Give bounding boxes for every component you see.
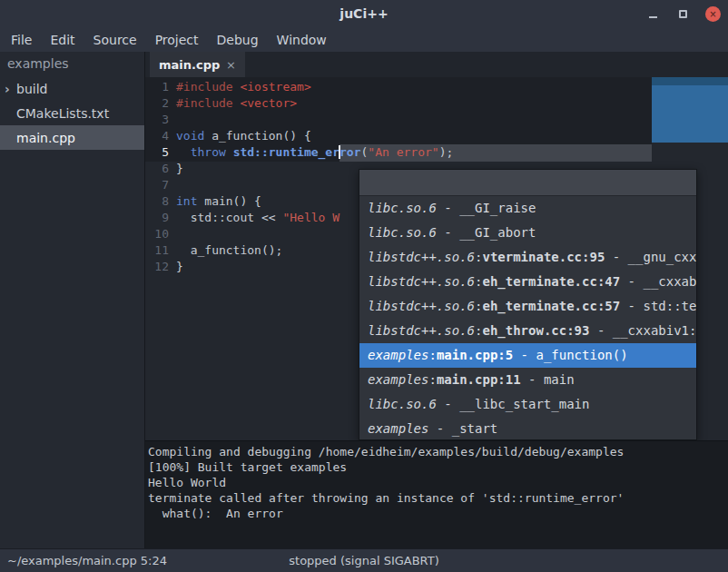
menu-item-source[interactable]: Source (84, 29, 146, 51)
backtrace-item[interactable]: libstdc++.so.6:eh_terminate.cc:57 - std:… (359, 294, 696, 319)
tree-item-cmakelists-txt[interactable]: CMakeLists.txt (0, 101, 144, 125)
line-number: 6 (145, 161, 176, 177)
line-number: 7 (145, 177, 176, 193)
close-button[interactable]: × (705, 6, 721, 22)
main-area: examples ›buildCMakeLists.txtmain.cpp ma… (0, 52, 728, 548)
backtrace-text: examples (368, 348, 428, 362)
code-token: ror (339, 145, 360, 159)
backtrace-text: - a_function() (513, 348, 627, 362)
backtrace-popup: libc.so.6 - __GI_raiselibc.so.6 - __GI_a… (359, 169, 697, 440)
code-token: main() { (197, 194, 261, 208)
backtrace-item[interactable]: libstdc++.so.6:eh_terminate.cc:47 - __cx… (359, 270, 696, 294)
backtrace-text: - main (521, 372, 575, 387)
backtrace-text: - __GI_abort (437, 225, 536, 240)
window-controls: × (645, 0, 721, 27)
code-text: #include <vector> (176, 95, 297, 112)
menu-item-project[interactable]: Project (146, 29, 208, 51)
backtrace-text: libc.so.6 (368, 397, 437, 411)
code-token: a_function(); (176, 243, 282, 257)
minimize-button[interactable] (645, 6, 661, 22)
backtrace-text: main.cpp:5 (437, 348, 513, 362)
backtrace-text: : (428, 348, 436, 362)
tree-item-label: build (15, 82, 47, 96)
code-token: int (176, 194, 197, 208)
terminal-line: Hello World (148, 475, 726, 490)
backtrace-text: libc.so.6 (368, 201, 437, 215)
chevron-right-icon: › (0, 82, 15, 96)
backtrace-text: examples (368, 372, 428, 387)
line-number: 9 (145, 210, 176, 226)
backtrace-text: - std::terminate() (620, 299, 696, 313)
backtrace-item[interactable]: examples:main.cpp:5 - a_function() (359, 343, 696, 368)
line-number: 2 (145, 95, 176, 112)
code-token: } (176, 260, 183, 273)
backtrace-text: : (428, 372, 436, 387)
code-text: } (176, 259, 183, 275)
code-token: "An error" (368, 145, 438, 159)
tree-item-main-cpp[interactable]: main.cpp (0, 125, 144, 150)
code-text: a_function(); (176, 242, 282, 259)
code-token: std::runtime_er (233, 145, 339, 159)
menu-item-debug[interactable]: Debug (208, 29, 268, 51)
backtrace-text: - _start (428, 421, 497, 436)
backtrace-item[interactable]: libc.so.6 - __GI_abort (359, 221, 696, 245)
line-number: 5 (145, 144, 176, 161)
backtrace-item[interactable]: libc.so.6 - __GI_raise (359, 196, 696, 221)
maximize-button[interactable] (675, 6, 691, 22)
backtrace-text: main.cpp:11 (437, 372, 521, 387)
backtrace-list: libc.so.6 - __GI_raiselibc.so.6 - __GI_a… (359, 196, 696, 440)
backtrace-text: libstdc++.so.6 (368, 323, 475, 338)
editor-pane: main.cpp × 1#include <iostream>2#include… (145, 52, 728, 548)
backtrace-item[interactable]: libstdc++.so.6:vterminate.cc:95 - __gnu_… (359, 245, 696, 270)
line-number: 3 (145, 112, 176, 128)
line-number: 1 (145, 79, 176, 95)
line-number: 8 (145, 193, 176, 210)
backtrace-text: eh_terminate.cc:57 (482, 299, 620, 313)
tab-main-cpp[interactable]: main.cpp × (150, 52, 245, 77)
backtrace-text: - __GI_raise (437, 201, 536, 215)
code-token: ); (439, 145, 454, 159)
backtrace-text: eh_throw.cc:93 (482, 323, 589, 338)
menubar: FileEditSourceProjectDebugWindow (0, 27, 728, 52)
terminal-line: what(): An error (148, 506, 726, 521)
code-text: int main() { (176, 193, 261, 210)
terminal-line: Compiling and debugging /home/eidheim/ex… (148, 444, 726, 459)
tree-item-label: main.cpp (15, 131, 75, 145)
backtrace-item[interactable]: libc.so.6 - __libc_start_main (359, 392, 696, 417)
tab-close-icon[interactable]: × (226, 58, 236, 72)
menu-item-window[interactable]: Window (268, 29, 336, 51)
code-token: #include (176, 96, 240, 110)
status-file-position: ~/examples/main.cpp 5:24 (0, 554, 167, 567)
menu-item-edit[interactable]: Edit (41, 29, 84, 51)
backtrace-text: - __gnu_cxx::__verbos (605, 250, 696, 264)
menu-item-file[interactable]: File (2, 29, 41, 51)
backtrace-item[interactable]: examples:main.cpp:11 - main (359, 368, 696, 392)
code-token: <vector> (240, 96, 297, 110)
code-line: 3 (145, 112, 728, 128)
backtrace-text: eh_terminate.cc:47 (482, 274, 620, 289)
terminal-line: [100%] Built target examples (148, 459, 726, 475)
project-name: examples (0, 52, 144, 76)
minimize-icon (649, 16, 657, 18)
titlebar[interactable]: juCi++ × (0, 0, 728, 27)
code-editor[interactable]: 1#include <iostream>2#include <vector>34… (145, 77, 728, 440)
code-text: throw std::runtime_error("An error"); (176, 144, 453, 161)
backtrace-text: libc.so.6 (368, 225, 437, 240)
code-line: 4void a_function() { (145, 128, 728, 144)
code-line: 1#include <iostream> (145, 79, 728, 95)
backtrace-text: vterminate.cc:95 (482, 250, 605, 264)
code-token: } (176, 162, 183, 175)
file-explorer: examples ›buildCMakeLists.txtmain.cpp (0, 52, 145, 548)
code-line: 5 throw std::runtime_error("An error"); (145, 144, 728, 161)
line-number: 10 (145, 226, 176, 242)
line-number: 11 (145, 242, 176, 259)
code-token (176, 145, 191, 159)
code-token: <iostream> (240, 80, 310, 94)
code-token: #include (176, 80, 240, 94)
backtrace-item[interactable]: libstdc++.so.6:eh_throw.cc:93 - __cxxabi… (359, 319, 696, 343)
tree-item-build[interactable]: ›build (0, 76, 144, 101)
backtrace-item[interactable]: examples - _start (359, 417, 696, 440)
terminal-output[interactable]: Compiling and debugging /home/eidheim/ex… (145, 440, 728, 548)
backtrace-text: examples (368, 421, 428, 436)
backtrace-text: libstdc++.so.6 (368, 274, 475, 289)
